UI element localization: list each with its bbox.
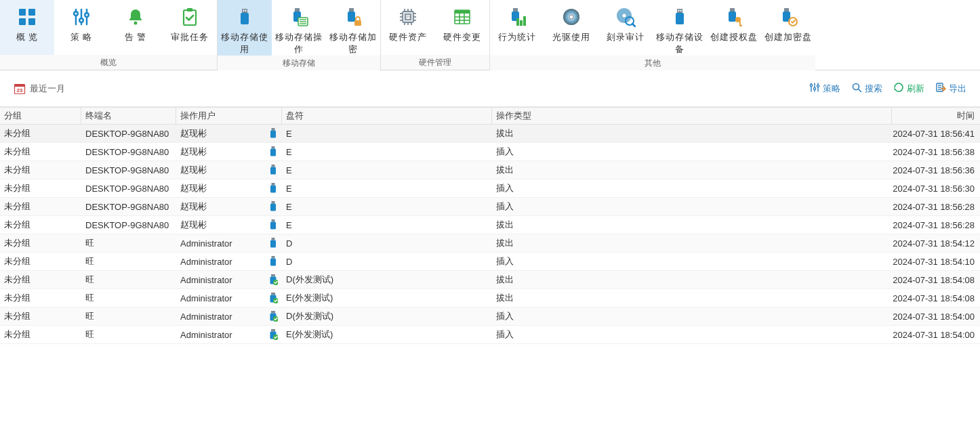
ribbon: 概 览策 略告 警审批任务概览移动存储使用移动存储操作移动存储加密移动存储CPU… [0, 0, 980, 70]
svg-rect-89 [270, 149, 276, 156]
col-user[interactable]: 操作用户 [176, 108, 282, 124]
svg-rect-63 [730, 8, 735, 12]
ribbon-usb-op[interactable]: 移动存储操作 [272, 0, 326, 56]
disc-icon [560, 5, 583, 28]
svg-rect-16 [245, 10, 247, 12]
cell-op: 拔出 [492, 292, 892, 304]
cell-time: 2024-07-31 18:56:28 [892, 202, 979, 212]
cell-user: 赵现彬 [176, 182, 264, 194]
cell-group: 未分组 [0, 255, 81, 268]
usb-key-icon [722, 5, 746, 28]
table-row[interactable]: 未分组旺AdministratorD(外发测试)拔出2024-07-31 18:… [0, 271, 980, 289]
table-row[interactable]: 未分组DESKTOP-9G8NA80赵现彬E拔出2024-07-31 18:56… [0, 216, 980, 234]
cell-op: 插入 [492, 146, 892, 158]
ribbon-create-enc[interactable]: 创建加密盘 [761, 0, 815, 56]
ribbon-item-label: 概 览 [16, 31, 38, 43]
col-drive[interactable]: 盘符 [282, 108, 492, 124]
cell-group: 未分组 [0, 274, 81, 286]
usb-icon [264, 165, 282, 175]
table-row[interactable]: 未分组DESKTOP-9G8NA80赵现彬E插入2024-07-31 18:56… [0, 143, 980, 161]
ribbon-group: CPU硬件资产硬件变更硬件管理 [381, 0, 490, 70]
calendar-icon: 23 [14, 83, 26, 95]
svg-rect-64 [729, 12, 736, 22]
svg-rect-101 [270, 259, 276, 266]
ribbon-item-label: 移动存储使用 [218, 31, 272, 56]
svg-rect-88 [272, 146, 275, 149]
cell-group: 未分组 [0, 182, 81, 194]
usb-icon [233, 5, 256, 28]
table-row[interactable]: 未分组旺AdministratorE(外发测试)拔出2024-07-31 18:… [0, 289, 980, 307]
table-row[interactable]: 未分组旺AdministratorD插入2024-07-31 18:54:10 [0, 253, 980, 271]
ribbon-alert[interactable]: 告 警 [108, 0, 163, 55]
cell-op: 拔出 [492, 237, 892, 249]
ribbon-usb-usage[interactable]: 移动存储使用 [218, 0, 272, 56]
ribbon-item-label: 移动存储加密 [326, 31, 380, 56]
col-host[interactable]: 终端名 [81, 108, 176, 124]
table-row[interactable]: 未分组DESKTOP-9G8NA80赵现彬E插入2024-07-31 18:56… [0, 179, 980, 198]
svg-point-76 [810, 84, 812, 86]
usb-icon [264, 128, 282, 139]
cell-time: 2024-07-31 18:56:30 [892, 184, 979, 194]
ribbon-hw-asset[interactable]: CPU硬件资产 [381, 0, 435, 55]
svg-point-79 [853, 84, 859, 90]
table-row[interactable]: 未分组DESKTOP-9G8NA80赵现彬E拔出2024-07-31 18:56… [0, 125, 980, 143]
col-op[interactable]: 操作类型 [492, 108, 892, 124]
svg-rect-49 [516, 18, 519, 26]
date-range-picker[interactable]: 23 最近一月 [14, 83, 65, 95]
cell-op: 拔出 [492, 127, 892, 140]
usb-icon [668, 5, 691, 28]
cell-group: 未分组 [0, 164, 81, 176]
events-table: 分组 终端名 操作用户 盘符 操作类型 时间 ▼ 未分组DESKTOP-9G8N… [0, 107, 980, 344]
refresh-button[interactable]: 刷新 [893, 82, 924, 95]
svg-point-7 [74, 12, 78, 16]
svg-rect-68 [784, 8, 789, 12]
table-row[interactable]: 未分组DESKTOP-9G8NA80赵现彬E插入2024-07-31 18:56… [0, 198, 980, 216]
svg-rect-17 [295, 8, 300, 12]
svg-rect-15 [243, 10, 245, 12]
cell-drive: E [282, 184, 492, 194]
ribbon-behavior[interactable]: 行为统计 [490, 0, 544, 56]
export-button[interactable]: 导出 [935, 82, 966, 95]
ribbon-overview[interactable]: 概 览 [0, 0, 54, 55]
ribbon-item-label: 移动存储设备 [653, 31, 707, 56]
table-row[interactable]: 未分组旺AdministratorD(外发测试)插入2024-07-31 18:… [0, 307, 980, 326]
ribbon-approval[interactable]: 审批任务 [163, 0, 217, 55]
ribbon-burn-audit[interactable]: 刻录审计 [598, 0, 653, 56]
ribbon-usb-device[interactable]: 移动存储设备 [653, 0, 707, 56]
cell-group: 未分组 [0, 146, 81, 158]
policy-button[interactable]: 策略 [809, 82, 840, 95]
cell-group: 未分组 [0, 292, 81, 304]
search-button[interactable]: 搜索 [851, 82, 882, 95]
svg-point-10 [134, 22, 138, 25]
table-row[interactable]: 未分组旺AdministratorE(外发测试)插入2024-07-31 18:… [0, 326, 980, 344]
cell-host: 旺 [81, 328, 176, 341]
ribbon-usb-encrypt[interactable]: 移动存储加密 [326, 0, 380, 56]
ribbon-create-auth[interactable]: 创建授权盘 [707, 0, 761, 56]
ribbon-policy[interactable]: 策 略 [54, 0, 108, 55]
ribbon-group: 移动存储使用移动存储操作移动存储加密移动存储 [218, 0, 381, 70]
cell-op: 拔出 [492, 164, 892, 176]
svg-rect-96 [272, 219, 275, 222]
table-row[interactable]: 未分组旺AdministratorD拔出2024-07-31 18:54:12 [0, 234, 980, 253]
svg-rect-67 [739, 25, 742, 26]
cell-op: 插入 [492, 182, 892, 194]
svg-rect-92 [272, 183, 275, 186]
ribbon-hw-change[interactable]: 硬件变更 [435, 0, 489, 55]
svg-rect-87 [270, 131, 276, 138]
usb-icon [264, 293, 282, 303]
ribbon-optical[interactable]: 光驱使用 [544, 0, 598, 56]
svg-rect-2 [19, 18, 26, 25]
table-row[interactable]: 未分组DESKTOP-9G8NA80赵现彬E拔出2024-07-31 18:56… [0, 161, 980, 179]
svg-point-9 [85, 13, 89, 17]
cell-drive: E(外发测试) [282, 328, 492, 341]
calendar-day-number: 23 [17, 87, 23, 93]
search-icon [851, 82, 862, 95]
sort-desc-icon: ▼ [966, 112, 973, 120]
ribbon-item-label: 审批任务 [171, 31, 209, 43]
col-time[interactable]: 时间 ▼ [892, 108, 979, 124]
svg-rect-60 [676, 13, 684, 24]
col-group[interactable]: 分组 [0, 108, 81, 124]
svg-point-77 [813, 87, 815, 89]
svg-rect-100 [272, 256, 275, 259]
svg-rect-23 [349, 8, 354, 12]
